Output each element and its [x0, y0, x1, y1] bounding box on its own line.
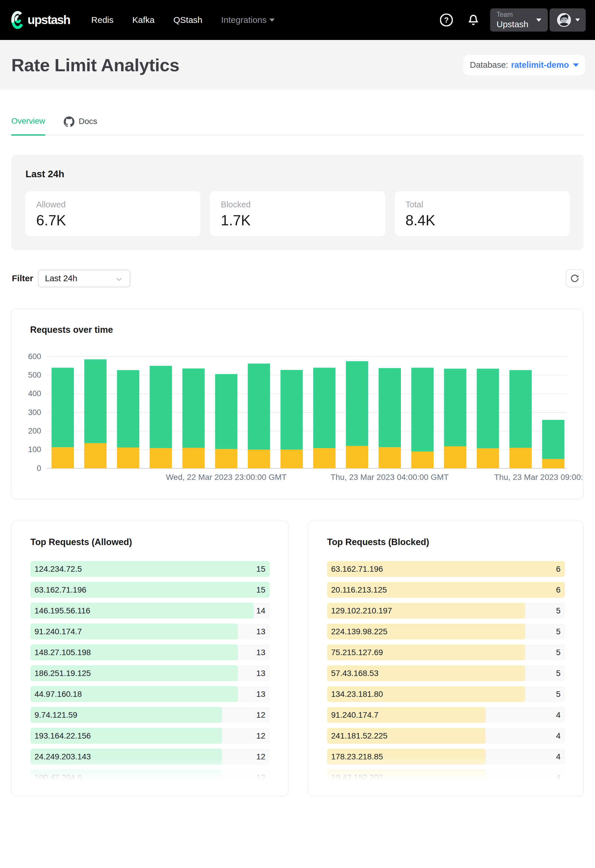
svg-text:200: 200 [28, 427, 41, 435]
svg-text:Thu, 23 Mar 2023 09:00:00 GMT: Thu, 23 Mar 2023 09:00:00 GMT [494, 473, 583, 482]
svg-text:?: ? [444, 16, 449, 24]
svg-text:600: 600 [28, 352, 41, 361]
svg-text:Wed, 22 Mar 2023 23:00:00 GMT: Wed, 22 Mar 2023 23:00:00 GMT [166, 473, 287, 482]
svg-text:500: 500 [28, 371, 41, 379]
svg-text:0: 0 [37, 464, 41, 473]
svg-text:300: 300 [28, 408, 41, 417]
svg-text:100: 100 [28, 445, 41, 454]
svg-text:Thu, 23 Mar 2023 04:00:00 GMT: Thu, 23 Mar 2023 04:00:00 GMT [331, 473, 449, 482]
svg-text:400: 400 [28, 389, 41, 398]
